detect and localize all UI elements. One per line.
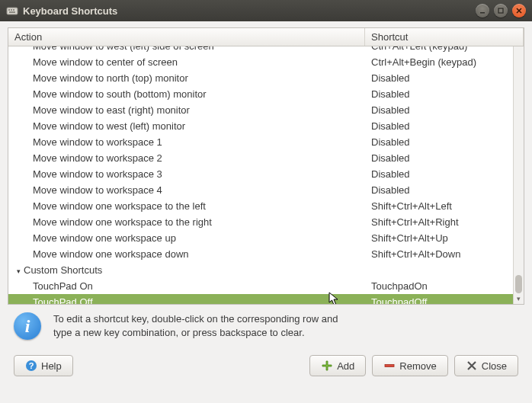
action-label: Move window to south (bottom) monitor: [33, 88, 207, 100]
action-cell: Move window to workspace 1: [8, 136, 365, 148]
table-row[interactable]: Move window to west (left) monitorDisabl…: [8, 118, 513, 134]
table-row[interactable]: TouchPad OnTouchpadOn: [8, 278, 513, 294]
action-label: Move window to workspace 4: [33, 184, 162, 196]
table-row[interactable]: TouchPad OffTouchpadOff: [8, 294, 513, 304]
action-cell: Move window to workspace 3: [8, 168, 365, 180]
table-header: Action Shortcut: [8, 28, 524, 46]
action-cell: ▾Custom Shortcuts: [8, 264, 365, 276]
shortcut-cell: TouchpadOff: [365, 296, 513, 304]
action-label: Custom Shortcuts: [24, 264, 102, 276]
table-row[interactable]: Move window to workspace 2Disabled: [8, 150, 513, 166]
shortcut-cell: Ctrl+Alt+Left (keypad): [365, 46, 513, 52]
svg-rect-9: [385, 365, 394, 367]
action-label: Move window to north (top) monitor: [33, 72, 188, 84]
shortcut-label: Ctrl+Alt+Begin (keypad): [371, 56, 476, 68]
table-row[interactable]: Move window to south (bottom) monitorDis…: [8, 86, 513, 102]
expander-icon[interactable]: ▾: [14, 267, 22, 275]
action-label: Move window to center of screen: [33, 56, 178, 68]
shortcut-label: Disabled: [371, 136, 410, 148]
button-row: ? Help Add Remove Close: [8, 350, 524, 384]
titlebar: Keyboard Shortcuts: [0, 0, 532, 21]
svg-rect-3: [13, 9, 14, 11]
window-title: Keyboard Shortcuts: [23, 5, 476, 17]
action-label: Move window to workspace 3: [33, 168, 162, 180]
svg-text:?: ?: [29, 361, 34, 370]
svg-rect-2: [11, 9, 12, 11]
action-cell: Move window to workspace 4: [8, 184, 365, 196]
plus-icon: [321, 360, 333, 372]
table-row[interactable]: Move window to center of screenCtrl+Alt+…: [8, 54, 513, 70]
info-panel: i To edit a shortcut key, double-click o…: [8, 305, 524, 350]
shortcut-cell: Disabled: [365, 120, 513, 132]
app-icon: [6, 5, 18, 17]
table-row[interactable]: Move window to east (right) monitorDisab…: [8, 102, 513, 118]
action-label: Move window to west (left) side of scree…: [33, 46, 214, 52]
column-header-shortcut[interactable]: Shortcut: [365, 28, 524, 46]
action-label: Move window to east (right) monitor: [33, 104, 190, 116]
column-header-action[interactable]: Action: [8, 28, 365, 46]
close-window-button[interactable]: [512, 4, 526, 18]
table-row[interactable]: Move window one workspace upShift+Ctrl+A…: [8, 230, 513, 246]
table-row[interactable]: Move window to workspace 3Disabled: [8, 166, 513, 182]
table-row[interactable]: Move window one workspace to the leftShi…: [8, 198, 513, 214]
remove-button[interactable]: Remove: [372, 355, 447, 376]
scrollbar-thumb[interactable]: [515, 275, 522, 293]
table-row[interactable]: Move window to workspace 1Disabled: [8, 134, 513, 150]
shortcut-cell: Disabled: [365, 104, 513, 116]
shortcut-label: Disabled: [371, 120, 410, 132]
close-button[interactable]: Close: [454, 355, 518, 376]
shortcut-cell: Shift+Ctrl+Alt+Right: [365, 216, 513, 228]
shortcut-cell: Disabled: [365, 72, 513, 84]
shortcut-label: Disabled: [371, 152, 410, 164]
table-row[interactable]: Move window to west (left) side of scree…: [8, 46, 513, 54]
action-cell: Move window to west (left) side of scree…: [8, 46, 365, 52]
shortcut-label: Disabled: [371, 104, 410, 116]
info-line2: type a new key combination, or press bac…: [53, 327, 305, 338]
minimize-button[interactable]: [476, 4, 489, 18]
action-cell: Move window one workspace up: [8, 232, 365, 244]
action-label: Move window to workspace 2: [33, 152, 162, 164]
action-label: TouchPad Off: [33, 296, 93, 304]
window-controls: [476, 4, 526, 18]
scrollbar-down-arrow[interactable]: ▾: [514, 293, 524, 304]
vertical-scrollbar[interactable]: ▾: [513, 46, 524, 304]
svg-rect-1: [8, 9, 10, 11]
help-label: Help: [41, 360, 62, 372]
action-cell: Move window to north (top) monitor: [8, 72, 365, 84]
table-row[interactable]: Move window one workspace downShift+Ctrl…: [8, 246, 513, 262]
add-button[interactable]: Add: [309, 355, 366, 376]
action-label: Move window one workspace up: [33, 232, 176, 244]
table-row[interactable]: Move window to workspace 4Disabled: [8, 182, 513, 198]
maximize-button[interactable]: [494, 4, 508, 18]
action-cell: Move window one workspace to the right: [8, 216, 365, 228]
shortcut-label: TouchpadOn: [371, 280, 428, 292]
action-cell: Move window to west (left) monitor: [8, 120, 365, 132]
svg-rect-0: [7, 8, 18, 14]
action-label: Move window one workspace to the right: [33, 216, 212, 228]
shortcut-cell: Disabled: [365, 152, 513, 164]
action-cell: Move window to south (bottom) monitor: [8, 88, 365, 100]
action-cell: Move window to workspace 2: [8, 152, 365, 164]
category-row[interactable]: ▾Custom Shortcuts: [8, 262, 513, 278]
table-row[interactable]: Move window to north (top) monitorDisabl…: [8, 70, 513, 86]
action-cell: Move window to east (right) monitor: [8, 104, 365, 116]
info-icon: i: [14, 312, 41, 340]
action-cell: TouchPad On: [8, 280, 365, 292]
table-rows: Move window to west (left) side of scree…: [8, 46, 513, 304]
shortcut-label: Disabled: [371, 72, 410, 84]
shortcut-cell: Shift+Ctrl+Alt+Left: [365, 200, 513, 212]
action-cell: TouchPad Off: [8, 296, 365, 304]
table-row[interactable]: Move window one workspace to the rightSh…: [8, 214, 513, 230]
close-label: Close: [482, 360, 507, 372]
shortcut-cell: Disabled: [365, 88, 513, 100]
shortcut-label: Disabled: [371, 88, 410, 100]
action-cell: Move window one workspace to the left: [8, 200, 365, 212]
close-icon: [466, 360, 478, 372]
shortcut-label: Disabled: [371, 168, 410, 180]
action-label: Move window one workspace down: [33, 248, 189, 260]
shortcut-label: Ctrl+Alt+Left (keypad): [371, 46, 467, 52]
shortcuts-table: Action Shortcut Move window to west (lef…: [8, 27, 524, 305]
shortcut-cell: Shift+Ctrl+Alt+Down: [365, 248, 513, 260]
help-button[interactable]: ? Help: [14, 355, 73, 376]
add-label: Add: [337, 360, 354, 372]
